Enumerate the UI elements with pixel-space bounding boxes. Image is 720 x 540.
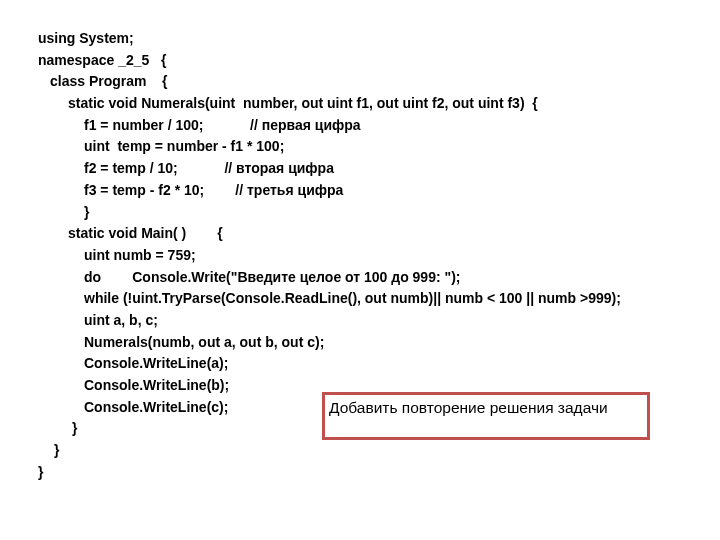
code-line: }: [38, 202, 720, 224]
annotation-callout: Добавить повторение решения задачи: [322, 392, 650, 440]
code-line: uint a, b, c;: [38, 310, 720, 332]
code-line: uint temp = number - f1 * 100;: [38, 136, 720, 158]
code-line: Numerals(numb, out a, out b, out c);: [38, 332, 720, 354]
code-line: do Console.Write("Введите целое от 100 д…: [38, 267, 720, 289]
code-line: namespace _2_5 {: [38, 50, 720, 72]
code-line: static void Main( ) {: [38, 223, 720, 245]
code-line: f2 = temp / 10; // вторая цифра: [38, 158, 720, 180]
code-line: class Program {: [38, 71, 720, 93]
code-line: f3 = temp - f2 * 10; // третья цифра: [38, 180, 720, 202]
code-line: uint numb = 759;: [38, 245, 720, 267]
code-line: while (!uint.TryParse(Console.ReadLine()…: [38, 288, 720, 310]
code-line: using System;: [38, 28, 720, 50]
code-line: Console.WriteLine(a);: [38, 353, 720, 375]
annotation-text: Добавить повторение решения задачи: [329, 399, 608, 416]
code-line: }: [38, 462, 720, 484]
code-line: static void Numerals(uint number, out ui…: [38, 93, 720, 115]
code-line: }: [38, 440, 720, 462]
code-line: f1 = number / 100; // первая цифра: [38, 115, 720, 137]
